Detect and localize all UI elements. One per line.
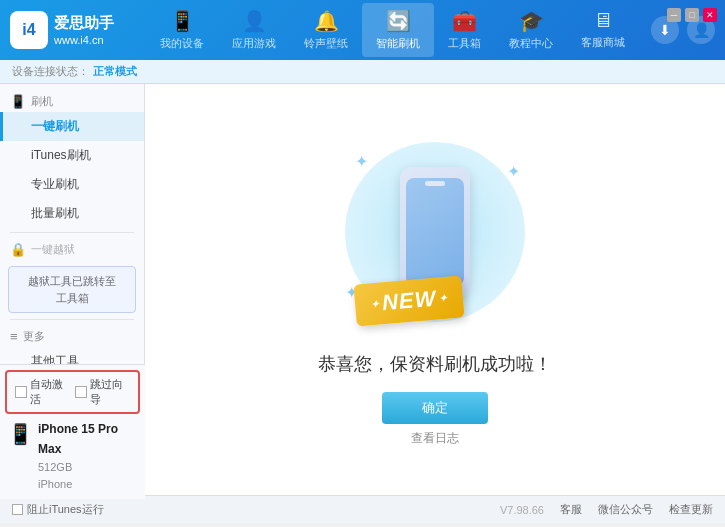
- sidebar-divider-2: [10, 319, 134, 320]
- auto-guide-checkbox[interactable]: [75, 386, 87, 398]
- itunes-checkbox[interactable]: [12, 504, 23, 515]
- sparkle-1: ✦: [355, 152, 368, 171]
- new-badge: NEW: [355, 280, 463, 322]
- tab-my-device[interactable]: 📱 我的设备: [146, 3, 218, 57]
- sidebar-item-itunes-flash[interactable]: iTunes刷机: [0, 141, 144, 170]
- sidebar-bottom: 自动激活 跳过向导 📱 iPhone 15 Pro Max 512GB iPho…: [0, 364, 145, 499]
- tab-ringtones[interactable]: 🔔 铃声壁纸: [290, 3, 362, 57]
- more-icon: ≡: [10, 329, 18, 344]
- tab-tutorials[interactable]: 🎓 教程中心: [495, 3, 567, 57]
- flash-group-header: 📱 刷机: [0, 89, 144, 112]
- one-key-restore-header: 🔒 一键越狱: [0, 237, 144, 260]
- status-bar: 设备连接状态： 正常模式: [0, 60, 725, 84]
- auto-actions-box: 自动激活 跳过向导: [5, 370, 140, 414]
- logo: i4 爱思助手 www.i4.cn: [10, 11, 114, 49]
- phone-illustration: ✦ ✦ ✦ NEW: [325, 132, 545, 332]
- device-icon: 📱: [170, 9, 195, 33]
- log-link[interactable]: 查看日志: [411, 430, 459, 447]
- confirm-button[interactable]: 确定: [382, 392, 488, 424]
- new-ribbon: NEW: [353, 275, 465, 326]
- sidebar-divider-1: [10, 232, 134, 233]
- footer-link-update[interactable]: 检查更新: [669, 502, 713, 517]
- logo-icon: i4: [10, 11, 48, 49]
- minimize-button[interactable]: ─: [667, 8, 681, 22]
- tab-toolbox[interactable]: 🧰 工具箱: [434, 3, 495, 57]
- device-info: 📱 iPhone 15 Pro Max 512GB iPhone: [0, 416, 145, 499]
- flash-group: 📱 刷机 一键刷机 iTunes刷机 专业刷机 批量刷机: [0, 89, 144, 228]
- footer-right: V7.98.66 客服 微信公众号 检查更新: [500, 502, 713, 517]
- tutorial-icon: 🎓: [519, 9, 544, 33]
- sidebar-item-pro-flash[interactable]: 专业刷机: [0, 170, 144, 199]
- footer-left: 阻止iTunes运行: [12, 502, 104, 517]
- auto-activate-checkbox[interactable]: [15, 386, 27, 398]
- header: i4 爱思助手 www.i4.cn 📱 我的设备 👤 应用游戏 🔔 铃声壁纸 🔄…: [0, 0, 725, 60]
- device-type: iPhone: [38, 476, 137, 494]
- success-message: 恭喜您，保资料刷机成功啦！: [318, 352, 552, 376]
- close-button[interactable]: ✕: [703, 8, 717, 22]
- window-controls: ─ □ ✕: [667, 8, 717, 22]
- ringtone-icon: 🔔: [314, 9, 339, 33]
- restore-icon: 🔒: [10, 242, 26, 257]
- maximize-button[interactable]: □: [685, 8, 699, 22]
- tab-smart-flash[interactable]: 🔄 智能刷机: [362, 3, 434, 57]
- toolbox-icon: 🧰: [452, 9, 477, 33]
- tab-service[interactable]: 🖥 客服商城: [567, 3, 639, 57]
- sparkle-2: ✦: [507, 162, 520, 181]
- version-label: V7.98.66: [500, 504, 544, 516]
- main-content: ✦ ✦ ✦ NEW 恭喜您，保资料刷机成功啦！ 确定 查看日志: [145, 84, 725, 495]
- logo-text: 爱思助手 www.i4.cn: [54, 12, 114, 48]
- sidebar-item-batch-flash[interactable]: 批量刷机: [0, 199, 144, 228]
- flash-icon: 🔄: [386, 9, 411, 33]
- phone-screen: [406, 178, 464, 286]
- nav-tabs: 📱 我的设备 👤 应用游戏 🔔 铃声壁纸 🔄 智能刷机 🧰 工具箱 🎓 教程中心…: [134, 3, 651, 57]
- device-storage: 512GB: [38, 459, 137, 477]
- apps-icon: 👤: [242, 9, 267, 33]
- flash-group-icon: 📱: [10, 94, 26, 109]
- tab-apps-games[interactable]: 👤 应用游戏: [218, 3, 290, 57]
- device-details: iPhone 15 Pro Max 512GB iPhone: [38, 420, 137, 494]
- service-icon: 🖥: [593, 9, 613, 32]
- auto-activate-label[interactable]: 自动激活: [15, 377, 71, 407]
- jailbreak-notice: 越狱工具已跳转至 工具箱: [8, 266, 136, 313]
- sidebar-item-one-key-flash[interactable]: 一键刷机: [0, 112, 144, 141]
- device-phone-icon: 📱: [8, 422, 33, 446]
- more-group-header: ≡ 更多: [0, 324, 144, 347]
- footer-link-wechat[interactable]: 微信公众号: [598, 502, 653, 517]
- phone-notch: [425, 181, 445, 186]
- footer: 阻止iTunes运行 V7.98.66 客服 微信公众号 检查更新: [0, 495, 725, 523]
- device-name: iPhone 15 Pro Max: [38, 420, 137, 458]
- footer-link-service[interactable]: 客服: [560, 502, 582, 517]
- auto-guide-label[interactable]: 跳过向导: [75, 377, 131, 407]
